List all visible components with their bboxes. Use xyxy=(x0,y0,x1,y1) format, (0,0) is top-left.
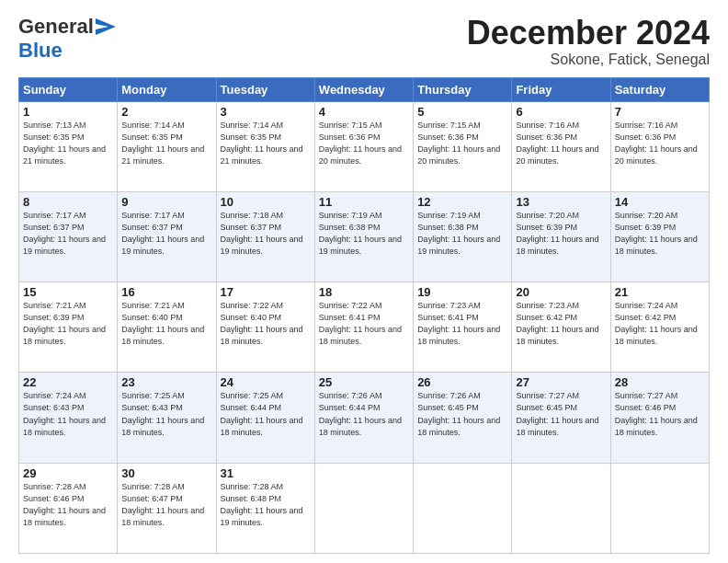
calendar-body: 1Sunrise: 7:13 AM Sunset: 6:35 PM Daylig… xyxy=(19,101,710,553)
calendar-cell xyxy=(314,463,413,553)
day-number: 2 xyxy=(121,105,211,119)
day-number: 29 xyxy=(23,466,113,480)
calendar-cell: 3Sunrise: 7:14 AM Sunset: 6:35 PM Daylig… xyxy=(216,101,314,191)
day-info: Sunrise: 7:20 AM Sunset: 6:39 PM Dayligh… xyxy=(516,210,606,258)
day-number: 7 xyxy=(615,105,705,119)
calendar-cell: 22Sunrise: 7:24 AM Sunset: 6:43 PM Dayli… xyxy=(19,373,118,463)
page: General Blue December 2024 Sokone, Fatic… xyxy=(0,0,728,563)
day-info: Sunrise: 7:26 AM Sunset: 6:44 PM Dayligh… xyxy=(319,390,409,438)
calendar-cell: 2Sunrise: 7:14 AM Sunset: 6:35 PM Daylig… xyxy=(118,101,216,191)
calendar-header-row: SundayMondayTuesdayWednesdayThursdayFrid… xyxy=(19,77,710,101)
calendar-cell xyxy=(610,463,709,553)
day-number: 5 xyxy=(417,105,507,119)
calendar-week-row: 8Sunrise: 7:17 AM Sunset: 6:37 PM Daylig… xyxy=(19,191,710,282)
logo-general: General xyxy=(18,15,94,39)
calendar-header-saturday: Saturday xyxy=(610,77,709,101)
calendar-cell xyxy=(414,463,512,553)
calendar-cell: 18Sunrise: 7:22 AM Sunset: 6:41 PM Dayli… xyxy=(314,282,413,373)
calendar: SundayMondayTuesdayWednesdayThursdayFrid… xyxy=(18,77,710,554)
calendar-cell: 8Sunrise: 7:17 AM Sunset: 6:37 PM Daylig… xyxy=(19,191,118,282)
day-info: Sunrise: 7:21 AM Sunset: 6:40 PM Dayligh… xyxy=(121,300,211,348)
day-info: Sunrise: 7:16 AM Sunset: 6:36 PM Dayligh… xyxy=(516,120,606,167)
day-info: Sunrise: 7:26 AM Sunset: 6:45 PM Dayligh… xyxy=(417,390,507,438)
day-number: 31 xyxy=(221,466,311,480)
day-number: 19 xyxy=(417,285,507,299)
calendar-cell: 23Sunrise: 7:25 AM Sunset: 6:43 PM Dayli… xyxy=(118,373,216,463)
day-number: 20 xyxy=(516,285,606,299)
calendar-cell: 5Sunrise: 7:15 AM Sunset: 6:36 PM Daylig… xyxy=(414,101,512,191)
calendar-cell: 29Sunrise: 7:28 AM Sunset: 6:46 PM Dayli… xyxy=(19,463,118,553)
day-number: 12 xyxy=(417,195,507,209)
svg-marker-0 xyxy=(96,18,116,35)
calendar-cell: 21Sunrise: 7:24 AM Sunset: 6:42 PM Dayli… xyxy=(610,282,709,373)
day-number: 11 xyxy=(319,195,409,209)
day-number: 23 xyxy=(121,375,211,389)
day-number: 8 xyxy=(23,195,113,209)
day-number: 30 xyxy=(121,466,211,480)
day-number: 1 xyxy=(23,105,113,119)
calendar-cell: 26Sunrise: 7:26 AM Sunset: 6:45 PM Dayli… xyxy=(414,373,512,463)
calendar-cell: 15Sunrise: 7:21 AM Sunset: 6:39 PM Dayli… xyxy=(19,282,118,373)
day-info: Sunrise: 7:23 AM Sunset: 6:41 PM Dayligh… xyxy=(417,300,507,348)
calendar-cell: 12Sunrise: 7:19 AM Sunset: 6:38 PM Dayli… xyxy=(414,191,512,282)
logo-blue: Blue xyxy=(18,39,63,62)
day-info: Sunrise: 7:24 AM Sunset: 6:43 PM Dayligh… xyxy=(23,390,113,438)
calendar-cell: 31Sunrise: 7:28 AM Sunset: 6:48 PM Dayli… xyxy=(216,463,314,553)
day-number: 3 xyxy=(221,105,311,119)
day-info: Sunrise: 7:14 AM Sunset: 6:35 PM Dayligh… xyxy=(121,120,211,167)
day-info: Sunrise: 7:27 AM Sunset: 6:45 PM Dayligh… xyxy=(516,390,606,438)
calendar-cell: 13Sunrise: 7:20 AM Sunset: 6:39 PM Dayli… xyxy=(512,191,610,282)
day-info: Sunrise: 7:27 AM Sunset: 6:46 PM Dayligh… xyxy=(615,390,705,438)
calendar-header-friday: Friday xyxy=(512,77,610,101)
day-number: 21 xyxy=(615,285,705,299)
calendar-cell: 30Sunrise: 7:28 AM Sunset: 6:47 PM Dayli… xyxy=(118,463,216,553)
day-number: 9 xyxy=(121,195,211,209)
day-info: Sunrise: 7:28 AM Sunset: 6:47 PM Dayligh… xyxy=(121,481,211,529)
calendar-header-sunday: Sunday xyxy=(19,77,118,101)
day-number: 13 xyxy=(516,195,606,209)
calendar-week-row: 1Sunrise: 7:13 AM Sunset: 6:35 PM Daylig… xyxy=(19,101,710,191)
day-number: 24 xyxy=(221,375,311,389)
calendar-week-row: 22Sunrise: 7:24 AM Sunset: 6:43 PM Dayli… xyxy=(19,373,710,463)
logo: General Blue xyxy=(18,15,116,63)
calendar-cell: 9Sunrise: 7:17 AM Sunset: 6:37 PM Daylig… xyxy=(118,191,216,282)
month-title: December 2024 xyxy=(467,15,710,52)
day-info: Sunrise: 7:13 AM Sunset: 6:35 PM Dayligh… xyxy=(23,120,113,167)
day-info: Sunrise: 7:14 AM Sunset: 6:35 PM Dayligh… xyxy=(221,120,311,167)
calendar-cell: 24Sunrise: 7:25 AM Sunset: 6:44 PM Dayli… xyxy=(216,373,314,463)
day-info: Sunrise: 7:15 AM Sunset: 6:36 PM Dayligh… xyxy=(417,120,507,167)
day-info: Sunrise: 7:25 AM Sunset: 6:43 PM Dayligh… xyxy=(121,390,211,438)
calendar-cell: 7Sunrise: 7:16 AM Sunset: 6:36 PM Daylig… xyxy=(610,101,709,191)
calendar-cell: 19Sunrise: 7:23 AM Sunset: 6:41 PM Dayli… xyxy=(414,282,512,373)
calendar-cell: 28Sunrise: 7:27 AM Sunset: 6:46 PM Dayli… xyxy=(610,373,709,463)
day-number: 10 xyxy=(221,195,311,209)
day-info: Sunrise: 7:23 AM Sunset: 6:42 PM Dayligh… xyxy=(516,300,606,348)
calendar-week-row: 29Sunrise: 7:28 AM Sunset: 6:46 PM Dayli… xyxy=(19,463,710,553)
calendar-cell: 10Sunrise: 7:18 AM Sunset: 6:37 PM Dayli… xyxy=(216,191,314,282)
day-info: Sunrise: 7:28 AM Sunset: 6:46 PM Dayligh… xyxy=(23,481,113,529)
day-info: Sunrise: 7:22 AM Sunset: 6:40 PM Dayligh… xyxy=(221,300,311,348)
day-number: 15 xyxy=(23,285,113,299)
day-info: Sunrise: 7:28 AM Sunset: 6:48 PM Dayligh… xyxy=(221,481,311,529)
calendar-cell: 20Sunrise: 7:23 AM Sunset: 6:42 PM Dayli… xyxy=(512,282,610,373)
day-number: 4 xyxy=(319,105,409,119)
day-info: Sunrise: 7:17 AM Sunset: 6:37 PM Dayligh… xyxy=(121,210,211,258)
day-info: Sunrise: 7:16 AM Sunset: 6:36 PM Dayligh… xyxy=(615,120,705,167)
day-info: Sunrise: 7:19 AM Sunset: 6:38 PM Dayligh… xyxy=(417,210,507,258)
logo-icon xyxy=(96,18,116,35)
header: General Blue December 2024 Sokone, Fatic… xyxy=(18,15,710,68)
day-info: Sunrise: 7:20 AM Sunset: 6:39 PM Dayligh… xyxy=(615,210,705,258)
day-info: Sunrise: 7:24 AM Sunset: 6:42 PM Dayligh… xyxy=(615,300,705,348)
day-info: Sunrise: 7:18 AM Sunset: 6:37 PM Dayligh… xyxy=(221,210,311,258)
day-info: Sunrise: 7:19 AM Sunset: 6:38 PM Dayligh… xyxy=(319,210,409,258)
day-number: 14 xyxy=(615,195,705,209)
calendar-cell: 17Sunrise: 7:22 AM Sunset: 6:40 PM Dayli… xyxy=(216,282,314,373)
day-number: 27 xyxy=(516,375,606,389)
day-number: 22 xyxy=(23,375,113,389)
calendar-cell: 25Sunrise: 7:26 AM Sunset: 6:44 PM Dayli… xyxy=(314,373,413,463)
calendar-header-monday: Monday xyxy=(118,77,216,101)
location-title: Sokone, Fatick, Senegal xyxy=(467,52,710,68)
calendar-cell: 11Sunrise: 7:19 AM Sunset: 6:38 PM Dayli… xyxy=(314,191,413,282)
calendar-cell: 6Sunrise: 7:16 AM Sunset: 6:36 PM Daylig… xyxy=(512,101,610,191)
day-number: 25 xyxy=(319,375,409,389)
